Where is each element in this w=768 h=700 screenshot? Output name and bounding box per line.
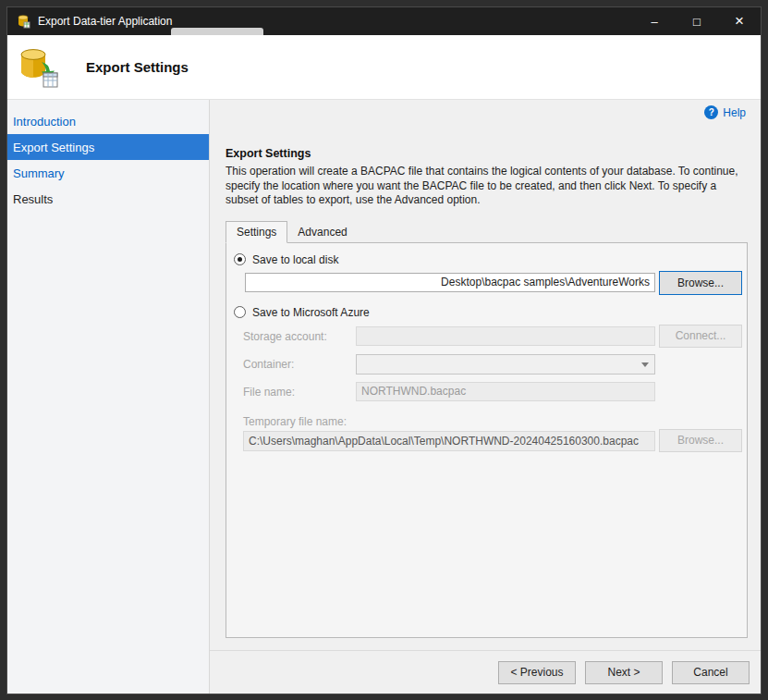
local-path-input[interactable]	[245, 273, 655, 292]
help-link[interactable]: Help	[723, 106, 746, 119]
save-azure-radio[interactable]: Save to Microsoft Azure	[234, 306, 370, 319]
window-title: Export Data-tier Application	[38, 15, 172, 28]
section-title: Export Settings	[226, 147, 761, 160]
titlebar: Export Data-tier Application – □ ×	[7, 7, 761, 35]
content-area: Introduction Export Settings Summary Res…	[7, 100, 761, 694]
connect-button: Connect...	[659, 325, 742, 348]
storage-account-input	[356, 326, 655, 346]
close-button[interactable]: ×	[718, 7, 761, 35]
chevron-down-icon	[641, 362, 649, 367]
tab-advanced[interactable]: Advanced	[287, 222, 357, 242]
help-row: ? Help	[210, 100, 761, 125]
export-database-icon	[17, 45, 61, 90]
temp-browse-button: Browse...	[659, 429, 742, 452]
settings-tabs: Settings Advanced	[226, 221, 761, 242]
maximize-button[interactable]: □	[676, 7, 718, 35]
temp-file-name-input	[243, 431, 655, 451]
save-local-disk-radio[interactable]: Save to local disk	[234, 253, 338, 266]
container-label: Container:	[243, 358, 294, 371]
radio-selected-icon	[234, 253, 246, 265]
save-azure-label: Save to Microsoft Azure	[252, 306, 370, 319]
container-dropdown	[356, 354, 655, 375]
settings-tab-panel: Save to local disk Browse... Save to Mic…	[226, 242, 748, 638]
storage-account-label: Storage account:	[243, 330, 327, 343]
tab-settings[interactable]: Settings	[226, 221, 287, 243]
background-window-tab	[171, 28, 263, 35]
help-icon: ?	[704, 105, 718, 119]
file-name-label: File name:	[243, 386, 295, 399]
sidebar-item-summary[interactable]: Summary	[7, 160, 209, 186]
app-icon	[16, 14, 30, 29]
cancel-button[interactable]: Cancel	[672, 661, 750, 684]
minimize-button[interactable]: –	[633, 7, 676, 35]
temp-file-name-label: Temporary file name:	[243, 415, 347, 428]
sidebar-item-export-settings[interactable]: Export Settings	[7, 134, 209, 160]
wizard-steps-sidebar: Introduction Export Settings Summary Res…	[7, 100, 210, 694]
spacer	[210, 638, 761, 650]
file-name-input	[356, 382, 655, 401]
window-controls: – □ ×	[633, 7, 761, 35]
main-panel: ? Help Export Settings This operation wi…	[210, 100, 761, 694]
wizard-footer: < Previous Next > Cancel	[210, 650, 761, 694]
wizard-header: Export Settings	[7, 35, 761, 100]
page-title: Export Settings	[86, 59, 189, 75]
next-button[interactable]: Next >	[585, 661, 663, 684]
export-dialog-window: Export Data-tier Application – □ × Expor…	[7, 7, 761, 694]
radio-unselected-icon	[234, 306, 246, 318]
sidebar-item-results[interactable]: Results	[7, 186, 209, 212]
local-browse-button[interactable]: Browse...	[659, 271, 742, 295]
section-description: This operation will create a BACPAC file…	[226, 165, 744, 208]
sidebar-item-introduction[interactable]: Introduction	[7, 108, 209, 134]
previous-button[interactable]: < Previous	[498, 661, 576, 684]
save-local-disk-label: Save to local disk	[252, 253, 338, 266]
